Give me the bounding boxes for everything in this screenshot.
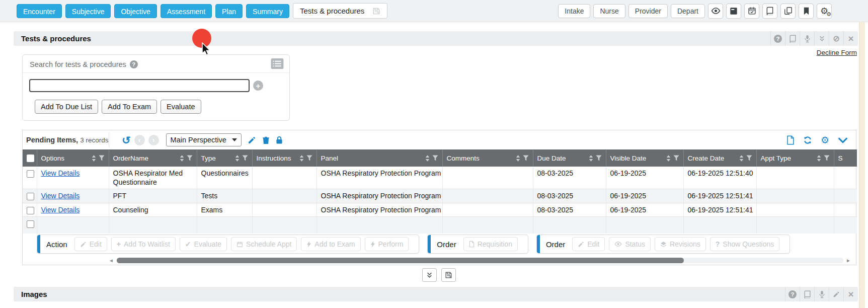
sort-icon[interactable] — [817, 155, 821, 162]
help-icon[interactable]: ? — [785, 287, 800, 301]
decline-form-link[interactable]: Decline Form — [704, 49, 857, 56]
search-help-icon[interactable]: ? — [130, 60, 138, 68]
column-header-options[interactable]: Options — [37, 149, 109, 167]
filter-icon[interactable] — [673, 155, 679, 161]
view-details-link[interactable]: View Details — [41, 192, 80, 200]
save-icon[interactable] — [372, 7, 380, 15]
new-document-icon[interactable] — [786, 135, 795, 145]
book-icon[interactable] — [800, 287, 814, 301]
provider-button[interactable]: Provider — [628, 4, 668, 18]
sort-icon[interactable] — [739, 155, 744, 162]
add-to-waitlist-button[interactable]: +Add To Waitlist — [111, 237, 176, 251]
decline-icon[interactable]: ⊘ — [829, 31, 843, 46]
sort-icon[interactable] — [180, 155, 184, 162]
sort-icon[interactable] — [666, 155, 671, 162]
column-header-visible-date[interactable]: Visible Date — [606, 149, 683, 167]
revisions-button[interactable]: Revisions — [655, 237, 706, 251]
row-checkbox[interactable] — [27, 220, 34, 228]
filter-icon[interactable] — [306, 155, 312, 161]
next-page-icon[interactable]: › — [148, 135, 159, 145]
save-section-button[interactable] — [441, 268, 456, 282]
tab-encounter[interactable]: Encounter — [17, 4, 62, 18]
book-icon-button[interactable] — [762, 4, 777, 19]
view-details-link[interactable]: View Details — [41, 169, 80, 177]
book-icon[interactable] — [785, 31, 800, 46]
eye-icon-button[interactable] — [708, 4, 723, 19]
sort-icon[interactable] — [299, 155, 304, 162]
nurse-button[interactable]: Nurse — [593, 4, 625, 18]
sort-icon[interactable] — [235, 155, 240, 162]
perform-button[interactable]: Perform — [365, 237, 409, 251]
sort-icon[interactable] — [92, 155, 96, 162]
microphone-icon[interactable] — [814, 287, 829, 301]
add-to-due-list-button[interactable]: Add To Due List — [35, 100, 98, 114]
row-checkbox[interactable] — [27, 193, 34, 200]
evaluate-action-button[interactable]: ✓Evaluate — [180, 237, 227, 251]
archive-icon-button[interactable] — [726, 4, 741, 19]
copy-icon-button[interactable] — [780, 4, 796, 19]
filter-icon[interactable] — [746, 155, 752, 161]
column-header-clipped[interactable]: S — [834, 149, 857, 167]
pencil-icon[interactable] — [829, 287, 843, 301]
filter-icon[interactable] — [824, 155, 830, 161]
scroll-left-arrow[interactable]: ◄ — [109, 258, 114, 263]
add-search-item-icon[interactable]: + — [253, 81, 263, 91]
column-header-appt-type[interactable]: Appt Type — [756, 149, 834, 167]
column-header-panel[interactable]: Panel — [317, 149, 442, 167]
bookmark-icon-button[interactable] — [799, 4, 814, 19]
delete-trash-icon[interactable] — [262, 136, 270, 144]
show-questions-button[interactable]: ?Show Questions — [710, 237, 780, 251]
collapse-section-button[interactable] — [422, 268, 437, 282]
sort-icon[interactable] — [589, 155, 593, 162]
add-to-exam-action-button[interactable]: Add to Exam — [301, 237, 360, 251]
column-header-create-date[interactable]: Create Date — [683, 149, 756, 167]
requisition-button[interactable]: Requisition — [463, 237, 518, 251]
calendar-check-icon-button[interactable] — [744, 4, 759, 19]
edit-perspective-pencil-icon[interactable] — [248, 136, 256, 144]
list-view-icon[interactable] — [271, 58, 284, 69]
filter-icon[interactable] — [242, 155, 248, 161]
scrollbar-track[interactable] — [116, 258, 843, 263]
scroll-right-arrow[interactable]: ► — [846, 258, 851, 263]
collapse-icon[interactable] — [814, 31, 829, 46]
tab-objective[interactable]: Objective — [114, 4, 156, 18]
sort-icon[interactable] — [425, 155, 430, 162]
scrollbar-thumb[interactable] — [117, 258, 684, 263]
column-header-type[interactable]: Type — [197, 149, 252, 167]
lock-icon[interactable] — [276, 136, 283, 144]
collapse-panel-chevron-icon[interactable] — [838, 137, 848, 143]
gear-icon[interactable]: ⚙ — [821, 135, 829, 145]
close-icon[interactable]: × — [843, 287, 858, 301]
column-header-due-date[interactable]: Due Date — [533, 149, 606, 167]
row-checkbox[interactable] — [27, 207, 34, 214]
column-header-comments[interactable]: Comments — [442, 149, 533, 167]
filter-icon[interactable] — [432, 155, 438, 161]
column-header-instructions[interactable]: Instructions — [252, 149, 317, 167]
filter-icon[interactable] — [187, 155, 193, 161]
search-input[interactable] — [29, 79, 250, 92]
perspective-select[interactable]: Main Perspective — [166, 133, 242, 146]
tab-summary[interactable]: Summary — [246, 4, 289, 18]
sort-icon[interactable] — [516, 155, 520, 162]
filter-icon[interactable] — [523, 155, 529, 161]
help-icon[interactable]: ? — [770, 31, 785, 46]
close-icon[interactable]: × — [843, 31, 858, 46]
depart-button[interactable]: Depart — [671, 4, 705, 18]
tab-tests-procedures-active[interactable]: Tests & procedures — [293, 3, 387, 19]
column-header-ordername[interactable]: OrderName — [109, 149, 197, 167]
tab-assessment[interactable]: Assessment — [161, 4, 212, 18]
edit-button[interactable]: Edit — [74, 237, 107, 251]
intake-button[interactable]: Intake — [558, 4, 590, 18]
filter-icon[interactable] — [596, 155, 602, 161]
add-to-exam-button[interactable]: Add To Exam — [102, 100, 157, 114]
prev-page-icon[interactable]: ‹ — [134, 135, 145, 145]
view-details-link[interactable]: View Details — [41, 206, 80, 214]
filter-icon[interactable] — [99, 155, 105, 161]
select-all-checkbox[interactable] — [27, 155, 34, 162]
right-edge-scrollbar-strip[interactable] — [859, 22, 865, 308]
tab-plan[interactable]: Plan — [215, 4, 243, 18]
undo-icon[interactable]: ↺ — [122, 135, 131, 145]
settings-gears-button[interactable]: ⚙⚙ — [817, 4, 832, 19]
order-edit-button[interactable]: Edit — [572, 237, 605, 251]
schedule-appt-button[interactable]: Schedule Appt — [231, 237, 297, 251]
